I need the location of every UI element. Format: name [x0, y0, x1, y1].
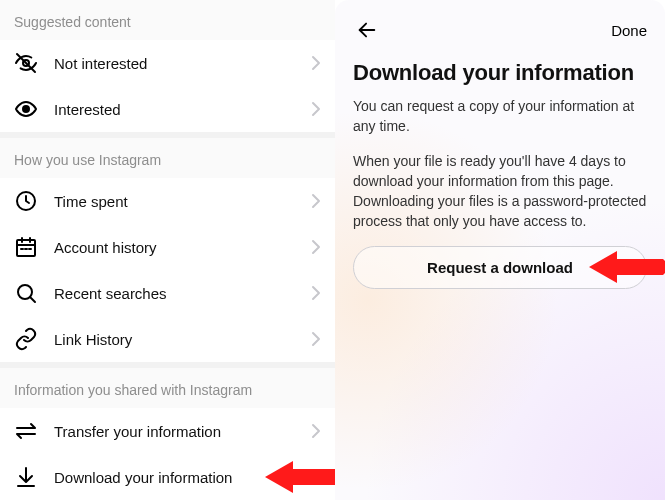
- transfer-icon: [14, 419, 38, 443]
- list-item-label: Interested: [54, 101, 307, 118]
- chevron-right-icon: [311, 285, 321, 301]
- list-item-label: Link History: [54, 331, 307, 348]
- search-icon: [14, 281, 38, 305]
- section-header-info-shared: Information you shared with Instagram: [0, 368, 335, 408]
- chevron-right-icon: [311, 193, 321, 209]
- chevron-right-icon: [311, 423, 321, 439]
- list-item-interested[interactable]: Interested: [0, 86, 335, 132]
- chevron-right-icon: [311, 331, 321, 347]
- chevron-right-icon: [311, 101, 321, 117]
- download-info-panel: Done Download your information You can r…: [335, 0, 665, 500]
- request-download-button[interactable]: Request a download: [353, 246, 647, 289]
- settings-list-panel: Suggested content Not interested Interes…: [0, 0, 335, 500]
- calendar-icon: [14, 235, 38, 259]
- list-item-time-spent[interactable]: Time spent: [0, 178, 335, 224]
- list-item-label: Not interested: [54, 55, 307, 72]
- page-title: Download your information: [353, 60, 647, 86]
- panel-topbar: Done: [353, 14, 647, 46]
- list-item-label: Recent searches: [54, 285, 307, 302]
- list-item-label: Time spent: [54, 193, 307, 210]
- list-item-download-info[interactable]: Download your information: [0, 454, 335, 500]
- list-item-label: Transfer your information: [54, 423, 307, 440]
- eye-off-icon: [14, 51, 38, 75]
- list-item-label: Download your information: [54, 469, 307, 486]
- back-button[interactable]: [353, 16, 381, 44]
- list-item-link-history[interactable]: Link History: [0, 316, 335, 362]
- description-text-2: When your file is ready you'll have 4 da…: [353, 151, 647, 232]
- section-header-usage: How you use Instagram: [0, 138, 335, 178]
- chevron-right-icon: [311, 55, 321, 71]
- chevron-right-icon: [311, 239, 321, 255]
- clock-icon: [14, 189, 38, 213]
- section-header-suggested: Suggested content: [0, 0, 335, 40]
- done-button[interactable]: Done: [611, 22, 647, 39]
- list-item-account-history[interactable]: Account history: [0, 224, 335, 270]
- eye-icon: [14, 97, 38, 121]
- list-item-transfer-info[interactable]: Transfer your information: [0, 408, 335, 454]
- svg-line-12: [30, 297, 35, 302]
- list-item-not-interested[interactable]: Not interested: [0, 40, 335, 86]
- description-text-1: You can request a copy of your informati…: [353, 96, 647, 137]
- svg-point-2: [23, 106, 29, 112]
- chevron-right-icon: [311, 469, 321, 485]
- list-item-recent-searches[interactable]: Recent searches: [0, 270, 335, 316]
- list-item-label: Account history: [54, 239, 307, 256]
- download-icon: [14, 465, 38, 489]
- link-icon: [14, 327, 38, 351]
